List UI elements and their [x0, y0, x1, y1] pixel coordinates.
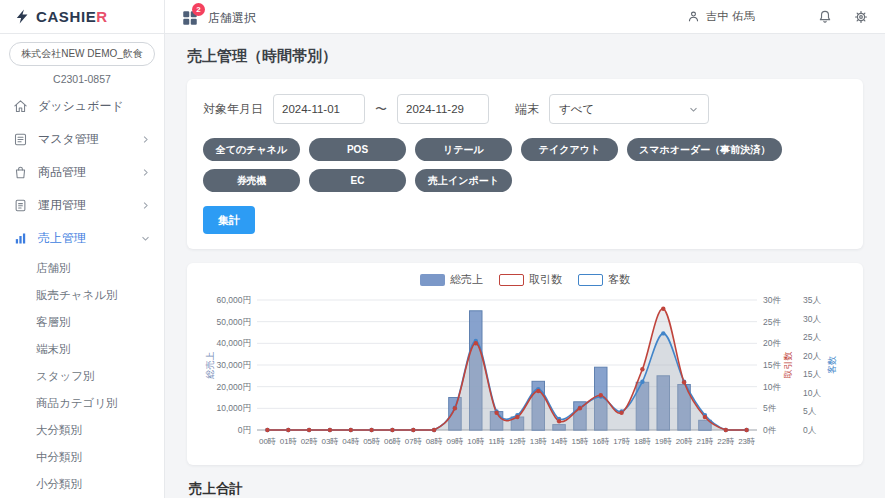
notification-bell-icon[interactable] [817, 9, 833, 25]
sidebar-subitem-4[interactable]: スタッフ別 [0, 363, 164, 390]
sidebar-item-2[interactable]: 商品管理 [0, 156, 164, 189]
logo[interactable]: CASHIER [0, 0, 165, 33]
svg-text:17時: 17時 [613, 437, 630, 446]
sidebar-item-3[interactable]: 運用管理 [0, 189, 164, 222]
chevron-right-icon [140, 167, 151, 178]
svg-text:09時: 09時 [446, 437, 463, 446]
channel-button-6[interactable]: EC [309, 169, 406, 192]
page-title: 売上管理（時間帯別） [187, 47, 863, 66]
sidebar-item-label: 運用管理 [38, 197, 86, 214]
svg-text:20件: 20件 [763, 338, 781, 348]
channel-buttons: 全てのチャネルPOSリテールテイクアウトスマホオーダー（事前決済）券売機EC売上… [203, 138, 847, 192]
legend-label: 総売上 [450, 272, 483, 287]
svg-text:02時: 02時 [301, 437, 318, 446]
svg-text:25件: 25件 [763, 317, 781, 327]
sales-icon [13, 231, 28, 246]
sidebar-subitem-7[interactable]: 中分類別 [0, 444, 164, 471]
svg-text:0円: 0円 [238, 425, 251, 435]
terminal-select-value: すべて [559, 102, 594, 117]
channel-button-3[interactable]: テイクアウト [521, 138, 618, 161]
sidebar-subitem-5[interactable]: 商品カテゴリ別 [0, 390, 164, 417]
operation-icon [13, 198, 28, 213]
legend-item-客数[interactable]: 客数 [578, 272, 630, 287]
sidebar-subitem-1[interactable]: 販売チャネル別 [0, 282, 164, 309]
user-menu[interactable]: 吉中 佑馬 [687, 9, 755, 24]
channel-button-4[interactable]: スマホオーダー（事前決済） [627, 138, 782, 161]
svg-text:10,000円: 10,000円 [217, 403, 252, 413]
main-content: 売上管理（時間帯別） 対象年月日 〜 端末 すべて 全てのチャネ [165, 34, 885, 498]
sidebar-subitem-0[interactable]: 店舗別 [0, 255, 164, 282]
svg-text:30,000円: 30,000円 [217, 360, 252, 370]
legend-swatch [578, 274, 603, 286]
date-from-input[interactable] [273, 94, 365, 124]
svg-text:15人: 15人 [803, 369, 821, 379]
sidebar-submenu: 店舗別販売チャネル別客層別端末別スタッフ別商品カテゴリ別大分類別中分類別小分類別… [0, 255, 164, 498]
store-select-button[interactable]: 2 店舗選択 [181, 6, 256, 27]
header: CASHIER 2 店舗選択 吉中 佑馬 [0, 0, 885, 34]
svg-text:08時: 08時 [426, 437, 443, 446]
svg-text:13時: 13時 [530, 437, 547, 446]
svg-text:05時: 05時 [363, 437, 380, 446]
svg-text:14時: 14時 [551, 437, 568, 446]
svg-text:30人: 30人 [803, 314, 821, 324]
date-range-label: 対象年月日 [203, 101, 263, 118]
svg-text:00時: 00時 [259, 437, 276, 446]
svg-text:19時: 19時 [655, 437, 672, 446]
sidebar-menu: ダッシュボードマスタ管理商品管理運用管理売上管理 [0, 90, 164, 255]
logo-text: CASHIER [36, 8, 108, 25]
sales-chart-svg: 0円10,000円20,000円30,000円40,000円50,000円60,… [201, 290, 849, 460]
product-icon [13, 165, 28, 180]
sidebar-item-0[interactable]: ダッシュボード [0, 90, 164, 123]
user-name: 吉中 佑馬 [706, 9, 755, 24]
svg-text:18時: 18時 [634, 437, 651, 446]
channel-button-1[interactable]: POS [309, 138, 406, 161]
svg-text:15件: 15件 [763, 360, 781, 370]
chart-legend: 総売上取引数客数 [195, 272, 855, 287]
svg-text:取引数: 取引数 [783, 352, 793, 379]
svg-text:客数: 客数 [827, 356, 837, 374]
svg-text:35人: 35人 [803, 295, 821, 305]
channel-button-2[interactable]: リテール [415, 138, 512, 161]
svg-text:25人: 25人 [803, 332, 821, 342]
legend-label: 客数 [608, 272, 630, 287]
svg-text:03時: 03時 [321, 437, 338, 446]
legend-item-総売上[interactable]: 総売上 [420, 272, 483, 287]
aggregate-button[interactable]: 集計 [203, 206, 255, 234]
header-main: 2 店舗選択 吉中 佑馬 [165, 0, 885, 33]
svg-text:総売上: 総売上 [205, 352, 215, 380]
filter-card: 対象年月日 〜 端末 すべて 全てのチャネルPOSリテールテイクアウトスマホオー… [187, 79, 863, 249]
master-icon [13, 132, 28, 147]
sidebar-item-4[interactable]: 売上管理 [0, 222, 164, 255]
svg-text:15時: 15時 [571, 437, 588, 446]
chart-card: 総売上取引数客数 0円10,000円20,000円30,000円40,000円5… [187, 263, 863, 465]
channel-button-5[interactable]: 券売機 [203, 169, 300, 192]
sidebar-item-1[interactable]: マスタ管理 [0, 123, 164, 156]
sidebar-subitem-3[interactable]: 端末別 [0, 336, 164, 363]
terminal-select[interactable]: すべて [549, 94, 709, 124]
date-to-input[interactable] [397, 94, 489, 124]
settings-gear-icon[interactable] [853, 9, 869, 25]
svg-text:30件: 30件 [763, 295, 781, 305]
terminal-label: 端末 [515, 101, 539, 118]
sidebar-subitem-8[interactable]: 小分類別 [0, 471, 164, 498]
sidebar-item-label: 商品管理 [38, 164, 86, 181]
legend-swatch [420, 274, 445, 286]
chevron-right-icon [140, 134, 151, 145]
legend-label: 取引数 [529, 272, 562, 287]
channel-button-7[interactable]: 売上インポート [415, 169, 512, 192]
sidebar-subitem-2[interactable]: 客層別 [0, 309, 164, 336]
legend-item-取引数[interactable]: 取引数 [499, 272, 562, 287]
svg-text:0人: 0人 [803, 425, 817, 435]
sidebar-subitem-6[interactable]: 大分類別 [0, 417, 164, 444]
header-right: 吉中 佑馬 [687, 9, 869, 25]
svg-text:21時: 21時 [696, 437, 713, 446]
sidebar-item-label: 売上管理 [38, 230, 86, 247]
svg-text:20時: 20時 [676, 437, 693, 446]
channel-button-0[interactable]: 全てのチャネル [203, 138, 300, 161]
svg-text:10件: 10件 [763, 382, 781, 392]
legend-swatch [499, 274, 524, 286]
svg-text:12時: 12時 [509, 437, 526, 446]
bolt-logo-icon [14, 8, 31, 25]
svg-text:40,000円: 40,000円 [217, 338, 252, 348]
range-separator: 〜 [375, 101, 387, 118]
